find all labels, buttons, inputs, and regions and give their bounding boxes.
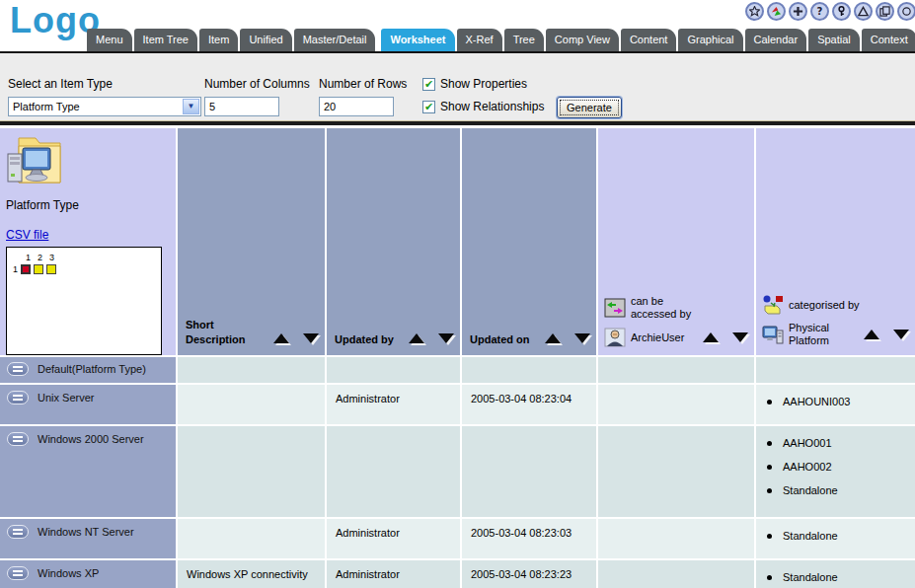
tab-calendar[interactable]: Calendar	[745, 29, 807, 51]
bullet-icon	[767, 465, 772, 470]
mini-cell-yellow	[46, 264, 56, 274]
table-row-header: Unix Server	[0, 385, 176, 424]
column-header-categorised-by: categorised by Physical Platform	[756, 128, 915, 355]
tab-master-detail[interactable]: Master/Detail	[294, 29, 376, 51]
mini-col-label: 3	[49, 253, 54, 262]
rows-label: Number of Rows	[319, 77, 407, 91]
tab-unified[interactable]: Unified	[240, 29, 291, 51]
cell-short-description	[178, 385, 325, 424]
sort-desc-icon[interactable]	[732, 332, 748, 342]
user-icon	[604, 328, 626, 347]
item-type-header-cell: Platform Type CSV file 1 2 3 1	[0, 128, 176, 355]
key-icon[interactable]	[832, 2, 851, 21]
mini-col-label: 2	[38, 253, 42, 262]
mini-cell-red	[21, 264, 31, 274]
main-tab-bar: Menu Item Tree Item Unified Master/Detai…	[87, 29, 915, 51]
column-header-updated-on: Updated on	[462, 128, 596, 355]
columns-input[interactable]	[204, 97, 279, 116]
generate-button[interactable]: Generate	[557, 97, 622, 118]
column-header-updated-by: Updated by	[327, 128, 460, 355]
rows-input[interactable]	[319, 97, 394, 116]
svg-text:?: ?	[817, 6, 823, 17]
cell-short-description	[178, 519, 325, 558]
worksheet-table: Platform Type CSV file 1 2 3 1 Short Des…	[0, 128, 915, 588]
cell-categorised-by: Standalone	[756, 519, 915, 558]
cell-updated-on: 2005-03-04 08:23:23	[462, 560, 596, 588]
bullet-icon	[767, 400, 772, 404]
sort-asc-icon[interactable]	[545, 333, 561, 343]
cell-accessed-by	[598, 385, 754, 424]
row-menu-button[interactable]	[7, 391, 29, 404]
tab-xref[interactable]: X-Ref	[457, 29, 502, 51]
cell-updated-by: Administrator	[327, 385, 460, 424]
worksheet-options-panel: Select an Item Type Platform Type ▼ Numb…	[0, 53, 915, 120]
cell-categorised-by: AAHO001 AAHO002 Standalone	[756, 426, 915, 517]
computer-icon	[762, 325, 784, 344]
cell-short-description	[178, 357, 325, 383]
cell-categorised-by: AAHOUNI003	[756, 385, 915, 424]
show-properties-checkbox[interactable]	[422, 78, 435, 91]
csv-file-link[interactable]: CSV file	[6, 228, 48, 242]
favorites-icon[interactable]	[745, 2, 764, 21]
delta-icon[interactable]	[854, 2, 873, 21]
cell-accessed-by	[598, 519, 754, 558]
extra-icon[interactable]	[897, 2, 915, 21]
columns-label: Number of Columns	[204, 77, 310, 91]
tab-comp-view[interactable]: Comp View	[546, 29, 619, 51]
tab-context[interactable]: Context	[862, 29, 915, 51]
show-properties-label: Show Properties	[440, 77, 527, 91]
tab-menu[interactable]: Menu	[87, 29, 132, 51]
platform-type-icon	[6, 134, 65, 191]
cell-updated-by	[327, 357, 460, 383]
tab-item-tree[interactable]: Item Tree	[134, 29, 197, 51]
sort-asc-icon[interactable]	[703, 332, 719, 342]
row-menu-button[interactable]	[7, 525, 29, 539]
tab-graphical[interactable]: Graphical	[678, 29, 742, 51]
help-icon[interactable]: ?	[810, 2, 829, 21]
relationship-access-icon	[604, 298, 626, 318]
cell-short-description: Windows XP connectivity	[178, 560, 325, 588]
row-menu-button[interactable]	[7, 432, 29, 446]
item-type-select[interactable]: Platform Type ▼	[8, 97, 201, 116]
table-row-header: Windows NT Server	[0, 519, 176, 558]
tab-content[interactable]: Content	[621, 29, 677, 51]
cell-accessed-by	[598, 560, 754, 588]
column-header-short-description: Short Description	[178, 128, 325, 355]
chevron-down-icon[interactable]: ▼	[183, 99, 199, 114]
add-icon[interactable]	[789, 2, 807, 21]
sort-asc-icon[interactable]	[864, 330, 879, 339]
cell-updated-on	[462, 426, 596, 517]
cell-updated-on	[462, 357, 596, 383]
row-menu-button[interactable]	[7, 566, 29, 580]
mini-row-label: 1	[13, 264, 18, 274]
cell-updated-on: 2005-03-04 08:23:03	[462, 519, 596, 558]
category-icon	[762, 295, 784, 315]
tab-item[interactable]: Item	[199, 29, 238, 51]
bullet-icon	[767, 441, 772, 446]
item-type-label: Select an Item Type	[8, 77, 113, 91]
sort-desc-icon[interactable]	[303, 333, 319, 343]
copy-icon[interactable]	[876, 2, 894, 21]
show-relationships-checkbox[interactable]	[422, 101, 435, 113]
panel-divider-black	[0, 121, 915, 125]
bullet-icon	[767, 575, 772, 580]
sort-asc-icon[interactable]	[409, 333, 424, 343]
sort-desc-icon[interactable]	[893, 330, 909, 339]
tab-spatial[interactable]: Spatial	[808, 29, 860, 51]
cell-accessed-by	[598, 426, 754, 517]
window-toolbar: ?	[745, 2, 915, 21]
cell-updated-by: Administrator	[327, 519, 460, 558]
tab-tree[interactable]: Tree	[504, 29, 544, 51]
mini-cell-yellow	[34, 264, 43, 274]
row-menu-button[interactable]	[7, 362, 29, 376]
tab-worksheet[interactable]: Worksheet	[381, 29, 454, 51]
sort-asc-icon[interactable]	[273, 333, 289, 343]
cell-categorised-by	[756, 357, 915, 383]
sort-desc-icon[interactable]	[574, 333, 590, 343]
refresh-icon[interactable]	[767, 2, 786, 21]
cell-short-description	[178, 426, 325, 517]
cell-updated-by: Administrator	[327, 560, 460, 588]
cell-accessed-by	[598, 357, 754, 383]
bullet-icon	[767, 488, 772, 493]
sort-desc-icon[interactable]	[438, 333, 454, 343]
